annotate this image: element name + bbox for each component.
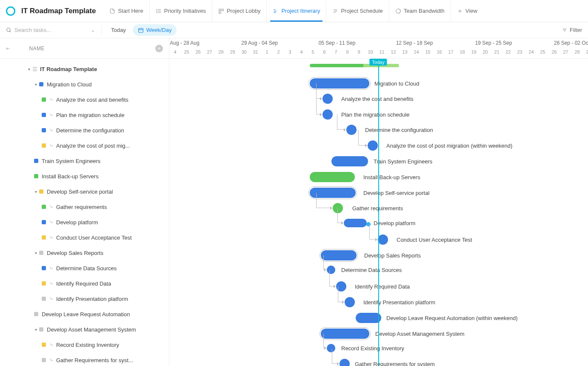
- subtask-icon: ⤷: [49, 97, 54, 103]
- filter-button[interactable]: Filter: [562, 27, 582, 33]
- tab-project-itinerary[interactable]: Project Itinerary: [266, 0, 326, 22]
- tree-row[interactable]: ⤷Gather requirements: [0, 199, 169, 214]
- gantt-bar-label: Analyze the cost and benefits: [341, 96, 414, 102]
- day-cell: 20: [480, 49, 491, 54]
- gantt-milestone[interactable]: [346, 125, 357, 135]
- status-icon: [42, 113, 46, 117]
- tree-row[interactable]: ⤷Plan the migration schedule: [0, 107, 169, 123]
- day-cell: 25: [537, 49, 548, 54]
- tree-row[interactable]: ⤷Determine Data Sources: [0, 260, 169, 276]
- day-cell: 5: [307, 49, 319, 54]
- weekday-button[interactable]: Week/Day: [133, 24, 177, 36]
- tab-view[interactable]: View: [451, 0, 483, 22]
- tree-row[interactable]: ▾Develop Sales Reports: [0, 245, 169, 260]
- tree-row[interactable]: ▾Develop Asset Management System: [0, 322, 169, 337]
- day-cell: 15: [422, 49, 434, 54]
- status-icon: [39, 327, 43, 332]
- subtask-icon: ⤷: [49, 219, 54, 225]
- svg-rect-20: [138, 28, 143, 32]
- subtask-icon: ⤷: [49, 112, 54, 118]
- gantt-bar[interactable]: [321, 250, 357, 260]
- today-button[interactable]: Today: [108, 25, 129, 35]
- subtask-icon: ⤷: [49, 234, 54, 240]
- gantt-milestone[interactable]: [340, 359, 350, 366]
- tab-label: View: [465, 8, 477, 14]
- connector: [358, 130, 367, 146]
- subtask-icon: ⤷: [49, 127, 54, 133]
- connector-arrow-icon: [324, 268, 326, 272]
- gantt-milestone[interactable]: [368, 140, 378, 151]
- connector-arrow-icon: [320, 113, 322, 116]
- collapse-icon[interactable]: ⇤: [6, 46, 10, 51]
- caret-icon[interactable]: ▾: [33, 327, 38, 332]
- add-button[interactable]: +: [155, 45, 163, 52]
- connector-arrow-icon: [334, 285, 336, 288]
- gantt-milestone[interactable]: [345, 297, 355, 307]
- day-cell: 16: [434, 49, 445, 54]
- search-wrap[interactable]: ⌄: [6, 27, 95, 33]
- gantt-milestone[interactable]: [323, 94, 333, 104]
- tree-row[interactable]: ⤷Identify Required Data: [0, 276, 169, 291]
- tree-row[interactable]: ⤷Gather Requirements for syst...: [0, 352, 169, 366]
- tree-label: Gather requirements: [56, 204, 107, 210]
- content: ⇤ NAME + ▾☰IT Roadmap Template▾Migration…: [0, 38, 588, 366]
- tab-project-schedule[interactable]: Project Schedule: [326, 0, 388, 22]
- status-icon: [39, 189, 43, 194]
- gantt-bar[interactable]: [310, 172, 355, 182]
- gantt-bar-label: Gather Requirements for system: [355, 361, 435, 366]
- connector: [337, 208, 343, 223]
- search-input[interactable]: [14, 27, 78, 33]
- tree-row[interactable]: ⤷Determine the configuration: [0, 123, 169, 138]
- tree-row[interactable]: Train System Engineers: [0, 153, 169, 169]
- tab-project-lobby[interactable]: Project Lobby: [212, 0, 267, 22]
- tree-row[interactable]: ▾Migration to Cloud: [0, 77, 169, 92]
- tab-priority-initiatives[interactable]: Priority Initiatives: [149, 0, 212, 22]
- caret-icon[interactable]: ▾: [33, 82, 38, 87]
- day-cell: 8: [342, 49, 353, 54]
- caret-icon[interactable]: ▾: [33, 251, 38, 255]
- gantt-bar[interactable]: [356, 313, 381, 323]
- tree-label: Install Back-up Servers: [42, 173, 99, 180]
- caret-icon[interactable]: ▾: [26, 67, 31, 71]
- gantt-bar[interactable]: [331, 156, 368, 166]
- day-cell: 27: [204, 49, 215, 54]
- filter-icon: [562, 28, 567, 33]
- gantt-milestone[interactable]: [378, 234, 388, 245]
- gantt-bar[interactable]: [321, 329, 369, 339]
- tree-label: Develop platform: [56, 219, 98, 226]
- day-cell: 23: [514, 49, 525, 54]
- tree-row[interactable]: Develop Leave Request Automation: [0, 306, 169, 322]
- chevron-down-icon[interactable]: ⌄: [91, 27, 95, 33]
- tree-row[interactable]: Install Back-up Servers: [0, 169, 169, 184]
- gantt-bar-label: Conduct User Acceptance Test: [397, 237, 472, 243]
- tree-row[interactable]: ⤷Analyze the cost of post mig...: [0, 138, 169, 153]
- tree-row[interactable]: ▾Develop Self-service portal: [0, 184, 169, 199]
- connector: [329, 271, 335, 286]
- connector-arrow-icon: [365, 144, 367, 147]
- tab-label: Project Schedule: [341, 8, 382, 14]
- weekday-label: Week/Day: [146, 27, 172, 33]
- gantt-bar-label: Gather requirements: [352, 205, 403, 212]
- connector-arrow-icon: [341, 221, 343, 225]
- tab-start-here[interactable]: Start Here: [103, 0, 149, 22]
- gantt-milestone[interactable]: [323, 109, 333, 120]
- status-icon: [42, 266, 46, 270]
- tree-row[interactable]: ⤷Develop platform: [0, 214, 169, 230]
- tree-row[interactable]: ⤷Analyze the cost and benefits: [0, 92, 169, 107]
- status-icon: [42, 297, 46, 301]
- connector: [323, 255, 326, 270]
- tree-label: Analyze the cost and benefits: [56, 97, 128, 103]
- subtask-icon: ⤷: [49, 296, 54, 302]
- tree-row[interactable]: ⤷Record Existing Inventory: [0, 337, 169, 352]
- tree-row[interactable]: ▾☰IT Roadmap Template: [0, 61, 169, 77]
- gantt-bar[interactable]: [344, 219, 367, 227]
- tree-row[interactable]: ⤷Conduct User Acceptance Test: [0, 230, 169, 245]
- day-cell: 18: [457, 49, 468, 54]
- day-cell: 4: [296, 49, 307, 54]
- caret-icon[interactable]: ▾: [33, 189, 38, 194]
- tab-team-bandwidth[interactable]: Team Bandwidth: [389, 0, 451, 22]
- day-cell: 24: [525, 49, 537, 54]
- tab-label: Priority Initiatives: [164, 8, 206, 14]
- tree-row[interactable]: ⤷Identify Presentation platform: [0, 291, 169, 306]
- gantt-body[interactable]: Today Migration to CloudAnalyze the cost…: [169, 59, 588, 366]
